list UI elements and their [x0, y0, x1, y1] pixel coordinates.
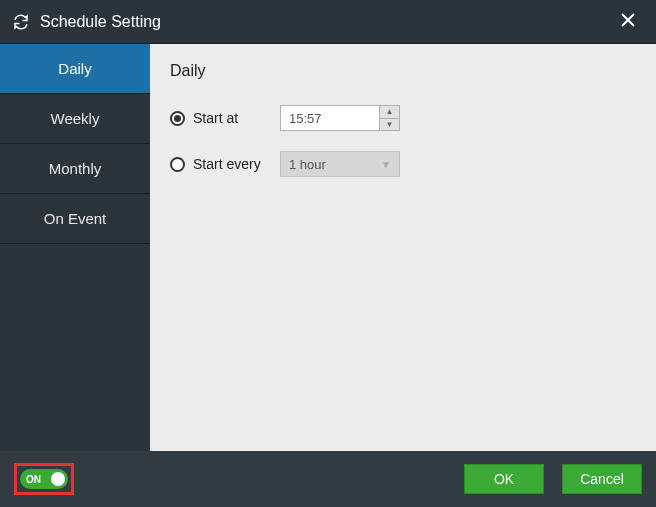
close-icon [620, 12, 636, 28]
spinner-up[interactable]: ▲ [380, 106, 399, 119]
toggle-knob [51, 472, 65, 486]
start-every-select[interactable]: 1 hour ▼ [280, 151, 400, 177]
time-spinner: ▲ ▼ [379, 106, 399, 130]
cancel-button[interactable]: Cancel [562, 464, 642, 494]
radio-icon [170, 157, 185, 172]
chevron-down-icon: ▼ [381, 159, 391, 170]
window-title: Schedule Setting [40, 13, 612, 31]
tab-label: Monthly [49, 160, 102, 177]
dialog-body: Daily Weekly Monthly On Event Daily Star… [0, 44, 656, 451]
sidebar: Daily Weekly Monthly On Event [0, 44, 150, 451]
button-label: Cancel [580, 471, 624, 487]
start-every-row: Start every 1 hour ▼ [170, 150, 636, 178]
select-value: 1 hour [289, 157, 326, 172]
tab-daily[interactable]: Daily [0, 44, 150, 94]
schedule-setting-dialog: Schedule Setting Daily Weekly Monthly On… [0, 0, 656, 507]
tab-on-event[interactable]: On Event [0, 194, 150, 244]
tab-label: Weekly [51, 110, 100, 127]
start-at-time-input[interactable]: 15:57 ▲ ▼ [280, 105, 400, 131]
radio-icon [170, 111, 185, 126]
content-panel: Daily Start at 15:57 ▲ ▼ Start eve [150, 44, 656, 451]
ok-button[interactable]: OK [464, 464, 544, 494]
schedule-toggle[interactable]: ON [20, 469, 68, 489]
start-at-radio[interactable]: Start at [170, 110, 280, 126]
start-every-label: Start every [193, 156, 261, 172]
tab-monthly[interactable]: Monthly [0, 144, 150, 194]
close-button[interactable] [612, 8, 644, 36]
titlebar: Schedule Setting [0, 0, 656, 44]
button-label: OK [494, 471, 514, 487]
spinner-down[interactable]: ▼ [380, 119, 399, 131]
start-at-row: Start at 15:57 ▲ ▼ [170, 104, 636, 132]
time-value: 15:57 [281, 106, 379, 130]
start-at-label: Start at [193, 110, 238, 126]
tab-weekly[interactable]: Weekly [0, 94, 150, 144]
toggle-label: ON [26, 474, 41, 485]
footer: ON OK Cancel [0, 451, 656, 507]
sync-icon [12, 13, 30, 31]
tab-label: Daily [58, 60, 91, 77]
panel-heading: Daily [170, 62, 636, 80]
tab-label: On Event [44, 210, 107, 227]
toggle-highlight: ON [14, 463, 74, 495]
start-every-radio[interactable]: Start every [170, 156, 280, 172]
